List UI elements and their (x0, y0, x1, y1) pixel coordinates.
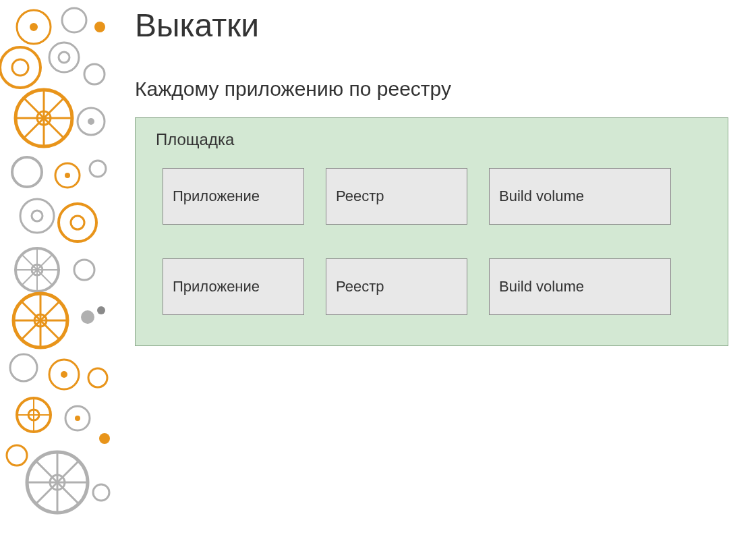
diagram-row: Приложение Реестр Build volume (163, 258, 711, 315)
svg-point-16 (88, 118, 94, 125)
svg-point-24 (71, 216, 84, 229)
svg-point-5 (12, 59, 28, 76)
svg-point-17 (12, 157, 42, 187)
svg-point-19 (65, 173, 70, 178)
registry-box: Реестр (326, 258, 467, 315)
svg-point-31 (74, 260, 94, 280)
application-box: Приложение (163, 258, 304, 315)
svg-point-57 (7, 445, 27, 466)
svg-point-3 (94, 22, 105, 32)
svg-point-38 (81, 310, 94, 324)
gears-decoration (0, 0, 118, 535)
svg-point-42 (61, 371, 67, 378)
svg-point-6 (49, 43, 79, 72)
platform-label: Площадка (156, 130, 711, 149)
build-volume-box: Build volume (489, 258, 671, 315)
application-box: Приложение (163, 168, 304, 225)
slide-content: Выкатки Каждому приложению по реестру Пл… (135, 7, 736, 346)
svg-point-4 (0, 47, 40, 88)
slide-title: Выкатки (135, 7, 736, 44)
svg-point-43 (88, 368, 107, 387)
svg-point-49 (75, 416, 80, 421)
svg-point-7 (59, 52, 69, 63)
svg-point-2 (62, 8, 86, 32)
svg-point-39 (97, 306, 105, 314)
svg-point-22 (32, 210, 42, 221)
svg-point-8 (84, 64, 105, 84)
diagram-row: Приложение Реестр Build volume (163, 168, 711, 225)
registry-box: Реестр (326, 168, 467, 225)
slide-subtitle: Каждому приложению по реестру (135, 78, 736, 101)
svg-point-21 (20, 199, 54, 233)
platform-container: Площадка Приложение Реестр Build volume … (135, 117, 728, 346)
svg-point-1 (30, 23, 38, 31)
svg-point-20 (90, 161, 106, 177)
svg-point-58 (93, 484, 109, 501)
svg-point-50 (99, 433, 110, 444)
build-volume-box: Build volume (489, 168, 671, 225)
svg-point-23 (59, 204, 96, 242)
svg-point-40 (10, 354, 37, 381)
